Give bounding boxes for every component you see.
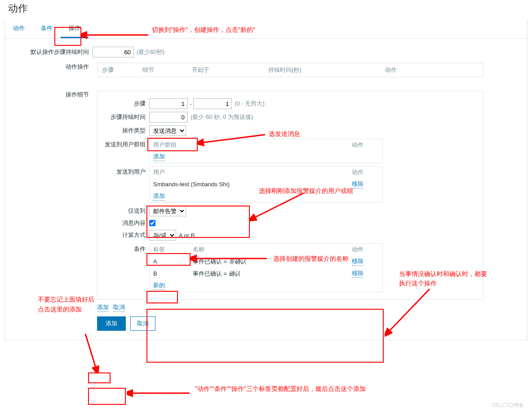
send-group-table: 用户群组 动作 添加 [149, 139, 383, 163]
step-dur-label: 步骤持续时间 [98, 113, 149, 121]
cond-row: A 事件已确认 = 非确认 移除 [150, 255, 382, 267]
cond-row-tag-a: A [153, 258, 193, 265]
page-title: 动作 [0, 0, 532, 19]
cond-row-name-b: 事件已确认 = 确认 [193, 270, 352, 278]
col-detail: 细节 [142, 66, 192, 74]
default-step-duration-input[interactable] [93, 47, 134, 57]
user-add-link[interactable]: 添加 [153, 192, 165, 201]
cond-col-action: 动作 [352, 245, 379, 254]
calc-text: A or B [179, 232, 195, 239]
cond-row-tag-b: B [153, 270, 193, 277]
send-user-label: 发送到用户 [98, 166, 149, 176]
cond-label: 条件 [98, 243, 149, 253]
col-action: 动作 [385, 66, 479, 74]
user-col-user: 用户 [153, 168, 352, 176]
step-label: 步骤 [98, 100, 149, 108]
final-cancel-button[interactable]: 取消 [130, 316, 155, 331]
step-dur-input[interactable] [149, 112, 188, 123]
cond-row-remove-a[interactable]: 移除 [352, 257, 364, 266]
cond-row-name-a: 事件已确认 = 非确认 [193, 258, 352, 266]
cond-col-tag: 标签 [153, 245, 193, 254]
tab-operation[interactable]: 操作 [61, 20, 89, 38]
calc-select[interactable]: 与/或 [149, 230, 176, 241]
detail-add-link[interactable]: 添加 [97, 303, 109, 312]
cond-table: 标签 名称 动作 A 事件已确认 = 非确认 移除 B 事件已确认 = 确认 移… [149, 243, 383, 292]
detail-cancel-link[interactable]: 取消 [113, 303, 125, 312]
cond-new-link[interactable]: 新的 [153, 281, 165, 290]
default-step-duration-label: 默认操作步骤持续时间 [5, 48, 93, 56]
panel: 动作 条件 操作 默认操作步骤持续时间 (最少60秒) 动作操作 步骤 细节 开… [4, 19, 528, 340]
action-ops-table: 步骤 细节 开始于 持续时间(秒) 动作 [97, 63, 483, 77]
calc-label: 计算方式 [98, 231, 149, 239]
only-send-label: 仅送到 [98, 207, 149, 215]
group-add-link[interactable]: 添加 [153, 153, 165, 161]
op-type-select[interactable]: 发送消息 [149, 125, 186, 136]
user-row: Smbands-test (Smbands Shi) 移除 [150, 178, 382, 190]
step-dur-hint: (最少 60 秒, 0 为预设值) [191, 113, 253, 121]
msg-content-label: 消息内容 [98, 219, 149, 227]
send-user-table: 用户 动作 Smbands-test (Smbands Shi) 移除 添加 [149, 166, 383, 203]
group-col-action: 动作 [352, 141, 379, 149]
only-send-select[interactable]: 邮件告警 [149, 206, 186, 216]
tab-action[interactable]: 动作 [5, 20, 33, 38]
tab-condition[interactable]: 条件 [33, 20, 61, 38]
default-step-duration-hint: (最少60秒) [137, 48, 164, 56]
step-from-input[interactable] [149, 98, 188, 109]
user-row-remove[interactable]: 移除 [352, 180, 364, 188]
op-type-label: 操作类型 [98, 127, 149, 135]
col-step: 步骤 [102, 66, 142, 74]
col-start: 开始于 [192, 66, 268, 74]
op-detail-label: 操作细节 [5, 88, 93, 99]
final-add-button[interactable]: 添加 [97, 316, 126, 331]
form-area: 默认操作步骤持续时间 (最少60秒) 动作操作 步骤 细节 开始于 持续时间(秒… [5, 39, 527, 331]
cond-col-name: 名称 [193, 245, 352, 254]
action-ops-label: 动作操作 [5, 60, 93, 71]
step-hint: (0 - 无穷大) [235, 100, 264, 108]
msg-content-checkbox[interactable] [149, 220, 155, 226]
col-duration: 持续时间(秒) [268, 66, 385, 74]
step-to-input[interactable] [193, 98, 232, 109]
user-col-action: 动作 [352, 168, 379, 176]
cond-row-remove-b[interactable]: 移除 [352, 269, 364, 278]
cond-row: B 事件已确认 = 确认 移除 [150, 267, 382, 280]
op-detail-box: 步骤 - (0 - 无穷大) 步骤持续时间 (最少 60 秒, 0 为预设值) … [97, 91, 483, 300]
tabs: 动作 条件 操作 [5, 20, 527, 39]
user-row-name: Smbands-test (Smbands Shi) [153, 181, 352, 188]
group-col-group: 用户群组 [153, 141, 352, 149]
send-group-label: 发送到用户群组 [98, 139, 149, 149]
